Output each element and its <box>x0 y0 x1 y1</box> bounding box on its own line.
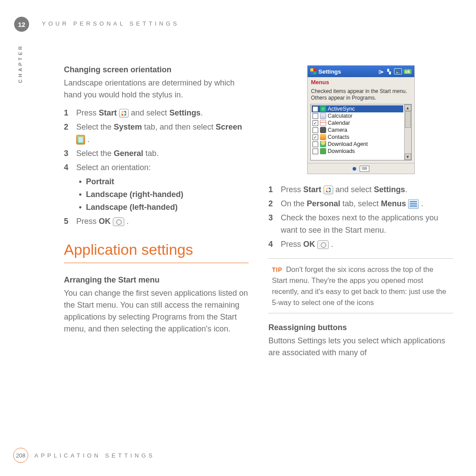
scroll-down-button[interactable]: ▼ <box>405 153 411 160</box>
main-heading: Application settings <box>64 241 249 263</box>
step: Press OK . <box>64 216 249 228</box>
t: Screen <box>216 123 242 131</box>
t: tab. <box>143 149 159 158</box>
list-item-label: Calculator <box>328 113 353 119</box>
start-icon <box>119 109 129 118</box>
tip-label: TIP <box>272 266 282 273</box>
list-item-label: Download Agent <box>328 141 368 147</box>
list-item-label: Camera <box>328 127 347 133</box>
section-intro: Buttons Settings lets you select which a… <box>268 335 453 359</box>
step: Press Start and select Settings. <box>268 184 453 196</box>
scrollbar[interactable]: ▲ ▼ <box>404 104 411 160</box>
app-icon <box>320 106 326 112</box>
t: Press <box>76 108 99 117</box>
list-item-label: ActiveSync <box>328 106 355 112</box>
bottom-bar: ⌨ <box>308 163 414 174</box>
page-number: 208 <box>13 448 28 463</box>
t: tab, select <box>340 199 381 208</box>
step: Select an orientation: Portrait Landscap… <box>64 162 249 214</box>
t: Select an orientation: <box>76 163 151 172</box>
list-item[interactable]: ActiveSync <box>312 105 403 112</box>
list-item[interactable]: Calculator <box>312 112 403 119</box>
app-icon <box>320 120 326 126</box>
tab-indicator-icon <box>353 167 356 171</box>
menus-icon <box>408 199 419 209</box>
section-heading-startmenu: Arranging the Start menu <box>64 275 249 285</box>
device-screenshot: Settings ▯▸ ▚ 🔈 ok Menus Checked items a… <box>268 65 453 174</box>
section-intro: You can change the first seven applicati… <box>64 287 249 335</box>
t: . <box>87 135 89 144</box>
list-item[interactable]: Download Agent <box>312 141 403 148</box>
t: Start <box>99 108 117 117</box>
titlebar-text: Settings <box>319 68 341 75</box>
t: Select the <box>76 123 114 131</box>
t: and select <box>335 185 374 194</box>
steps-orientation: Press Start and select Settings. Select … <box>64 107 249 228</box>
running-header: YOUR PERSONAL SETTINGS <box>42 20 179 27</box>
checkbox[interactable]: ✓ <box>312 120 318 126</box>
start-icon <box>324 186 333 194</box>
app-listbox[interactable]: ActiveSyncCalculator✓CalendarCamera✓Cont… <box>310 104 412 160</box>
t: . <box>331 240 333 249</box>
titlebar: Settings ▯▸ ▚ 🔈 ok <box>308 66 414 77</box>
chapter-number-badge: 12 <box>14 17 29 32</box>
t: Select the <box>76 149 114 158</box>
t: Press <box>76 217 99 226</box>
list-item[interactable]: Camera <box>312 126 403 134</box>
option-landscape-left: Landscape (left-handed) <box>79 201 249 214</box>
option-portrait: Portrait <box>79 175 249 188</box>
checkbox[interactable] <box>312 149 318 154</box>
t: tab, and then select <box>142 123 216 131</box>
t: . <box>201 108 203 117</box>
step: Press Start and select Settings. <box>64 107 249 119</box>
step: Select the System tab, and then select S… <box>64 121 249 146</box>
checkbox[interactable] <box>312 141 318 147</box>
ok-button[interactable]: ok <box>404 69 412 74</box>
t: OK <box>303 240 315 249</box>
step: Press OK . <box>268 238 453 251</box>
footer-title: APPLICATION SETTINGS <box>34 452 155 459</box>
list-item[interactable]: ✓Calendar <box>312 119 403 126</box>
t: Press <box>281 240 303 249</box>
section-heading-buttons: Reassigning buttons <box>268 323 453 332</box>
orientation-options: Portrait Landscape (right-handed) Landsc… <box>79 175 249 213</box>
list-item-label: Calendar <box>328 120 350 126</box>
checkbox[interactable] <box>312 113 318 119</box>
scroll-thumb[interactable] <box>405 111 411 128</box>
list-item[interactable]: ✓Contacts <box>312 134 403 141</box>
screen-note: Checked items appear in the Start menu. … <box>308 87 414 104</box>
step: On the Personal tab, select Menus . <box>268 198 453 210</box>
screen-subtitle: Menus <box>308 77 414 87</box>
section-intro: Landscape orientations are determined by… <box>64 77 249 101</box>
keyboard-icon[interactable]: ⌨ <box>360 166 369 172</box>
signal-icon: ▚ <box>386 68 392 74</box>
t: OK <box>99 217 111 226</box>
page-content: Changing screen orientation Landscape or… <box>64 65 453 436</box>
chapter-side-label: CHAPTER <box>18 44 23 83</box>
page-footer: 208 APPLICATION SETTINGS <box>13 448 155 463</box>
t: Settings <box>169 108 201 117</box>
app-icon <box>320 113 326 119</box>
app-icon <box>320 148 326 154</box>
device-frame: Settings ▯▸ ▚ 🔈 ok Menus Checked items a… <box>307 65 415 174</box>
t: On the <box>281 199 307 208</box>
t: . <box>126 217 129 226</box>
t: System <box>114 123 142 131</box>
t: Personal <box>307 199 340 208</box>
list-item-label: Downloads <box>328 148 355 154</box>
t: Press <box>281 185 303 194</box>
option-landscape-right: Landscape (right-handed) <box>79 188 249 201</box>
t: . <box>405 185 407 194</box>
t: Settings <box>374 185 405 194</box>
checkbox[interactable] <box>312 127 318 133</box>
scroll-up-button[interactable]: ▲ <box>405 104 411 111</box>
section-heading-orientation: Changing screen orientation <box>64 65 249 74</box>
checkbox[interactable]: ✓ <box>312 134 318 140</box>
list-item[interactable]: Downloads <box>312 148 403 155</box>
app-icon <box>320 141 326 147</box>
tip-text: Don't forget the six icons across the to… <box>272 265 446 306</box>
step: Select the General tab. <box>64 148 249 160</box>
t: and select <box>131 108 169 117</box>
checkbox[interactable] <box>312 106 318 112</box>
speaker-icon: 🔈 <box>394 68 402 74</box>
